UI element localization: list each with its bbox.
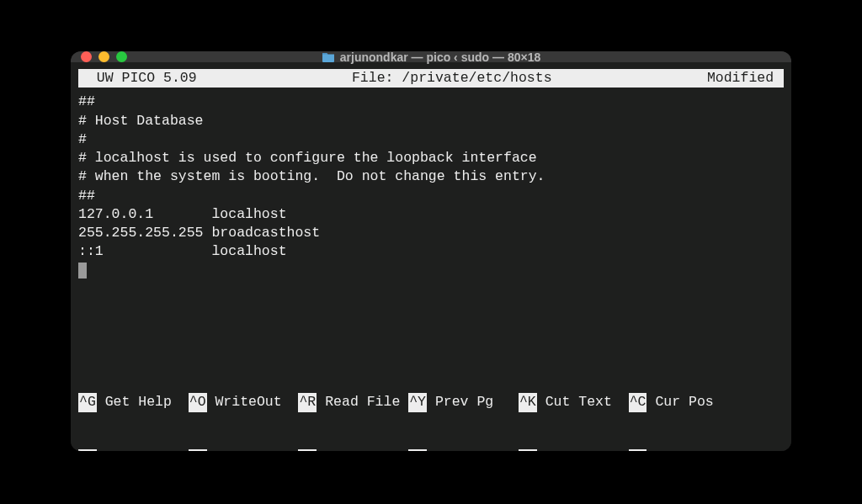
shortcut-cut-text[interactable]: ^K Cut Text	[519, 393, 629, 411]
cursor	[78, 263, 87, 279]
traffic-lights	[81, 51, 127, 62]
editor-content[interactable]: ## # Host Database # # localhost is used…	[78, 93, 784, 280]
editor-file-label: File: /private/etc/hosts	[197, 69, 707, 88]
terminal-body[interactable]: UW PICO 5.09 File: /private/etc/hosts Mo…	[71, 62, 791, 451]
shortcut-prev-pg[interactable]: ^Y Prev Pg	[408, 393, 519, 411]
shortcut-justify[interactable]: ^J Justify	[189, 449, 299, 451]
shortcut-exit[interactable]: ^X Exit	[78, 449, 189, 451]
spacer	[78, 280, 784, 356]
editor-app-name: UW PICO 5.09	[80, 69, 197, 88]
content-line: #	[78, 131, 87, 147]
editor-header: UW PICO 5.09 File: /private/etc/hosts Mo…	[78, 69, 784, 88]
close-button[interactable]	[81, 51, 92, 62]
shortcut-writeout[interactable]: ^O WriteOut	[189, 393, 299, 411]
shortcut-read-file[interactable]: ^R Read File	[298, 393, 408, 411]
content-line: 127.0.0.1 localhost	[78, 206, 287, 222]
terminal-window: arjunondkar — pico ‹ sudo — 80×18 UW PIC…	[71, 51, 791, 451]
content-line: # localhost is used to configure the loo…	[78, 150, 537, 166]
content-line: ##	[78, 188, 95, 204]
window-title-text: arjunondkar — pico ‹ sudo — 80×18	[340, 51, 540, 64]
content-line: # Host Database	[78, 113, 204, 129]
help-row-1: ^G Get Help ^O WriteOut ^R Read File ^Y …	[78, 393, 784, 411]
shortcut-uncut-text[interactable]: ^U UnCut Text	[519, 449, 629, 451]
folder-icon	[322, 51, 335, 62]
help-menu: ^G Get Help ^O WriteOut ^R Read File ^Y …	[78, 356, 784, 451]
window-title: arjunondkar — pico ‹ sudo — 80×18	[71, 51, 791, 64]
content-line: 255.255.255.255 broadcasthost	[78, 225, 320, 241]
content-line: ##	[78, 93, 95, 109]
help-row-2: ^X Exit ^J Justify ^W Where is ^V Next P…	[78, 449, 784, 451]
shortcut-next-pg[interactable]: ^V Next Pg	[408, 449, 519, 451]
editor-status: Modified	[707, 69, 782, 88]
content-line: # when the system is booting. Do not cha…	[78, 168, 545, 184]
content-line: ::1 localhost	[78, 243, 287, 259]
shortcut-cur-pos[interactable]: ^C Cur Pos	[629, 393, 714, 411]
maximize-button[interactable]	[116, 51, 127, 62]
minimize-button[interactable]	[98, 51, 109, 62]
shortcut-get-help[interactable]: ^G Get Help	[78, 393, 189, 411]
window-titlebar: arjunondkar — pico ‹ sudo — 80×18	[71, 51, 791, 62]
shortcut-where-is[interactable]: ^W Where is	[298, 449, 408, 451]
shortcut-to-spell[interactable]: ^T To Spell	[629, 449, 722, 451]
